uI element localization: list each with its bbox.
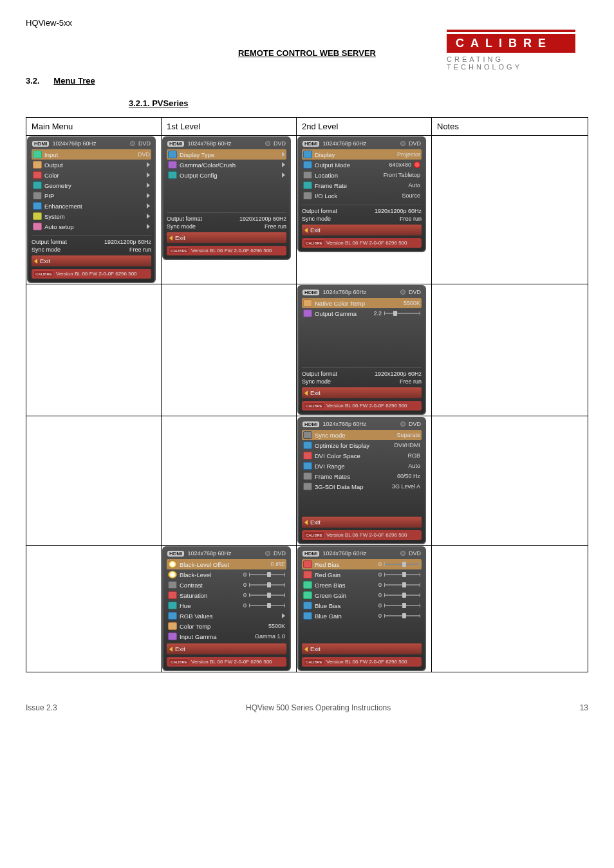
osd-status: Output format1920x1200p 60Hz Sync modeFr… (302, 205, 422, 223)
version-text: Version BL 06 FW 2-0-0F 6296 500 (326, 532, 407, 538)
menu-item[interactable]: Green Bias 0 (302, 580, 422, 590)
menu-item[interactable]: Input Gamma Gamma 1.0 (167, 631, 286, 642)
menu-item-label: Enhancement (44, 203, 82, 210)
slider[interactable] (249, 604, 285, 607)
submenu-arrow-icon (147, 214, 150, 219)
menu-item[interactable]: Color Temp 5500K (167, 621, 286, 631)
exit-button[interactable]: Exit (302, 517, 422, 528)
menu-item[interactable]: RGB Values (167, 611, 286, 621)
menu-item[interactable]: Input DVD (32, 149, 151, 160)
osd-rgb-values: HDMI 1024x768p 60Hz DVD Red Bias 0 Red G… (297, 546, 426, 671)
item-value: Gamma 1.0 (255, 633, 285, 640)
osd-output-config: HDMI 1024x768p 60Hz DVD Sync mode Separa… (297, 417, 426, 544)
mode-line: 1024x768p 60Hz (322, 550, 366, 557)
menu-item[interactable]: Red Gain 0 (302, 569, 422, 580)
slider[interactable] (384, 604, 420, 607)
menu-item[interactable]: Auto setup (32, 221, 151, 232)
exit-button[interactable]: Exit (167, 643, 286, 654)
menu-item[interactable]: Location Front Tabletop (302, 170, 422, 180)
slider[interactable] (384, 562, 420, 566)
exit-button[interactable]: Exit (302, 643, 422, 654)
osd-main-menu: HDMI 1024x768p 60Hz DVD Input DVD Output… (27, 136, 156, 283)
hdmi-badge: HDMI (167, 141, 184, 147)
item-value: 0 IRE (270, 561, 285, 568)
optimize-for-display-icon (303, 441, 312, 449)
menu-item[interactable]: Frame Rate Auto (302, 180, 422, 190)
3g-sdi-data-map-icon (303, 483, 312, 490)
hdr-source: DVD (409, 550, 421, 557)
menu-item[interactable]: Output (32, 160, 151, 170)
output-mode-icon (303, 161, 312, 169)
hdr-source: DVD (409, 421, 421, 427)
menu-item[interactable]: Saturation 0 (167, 590, 286, 600)
menu-item[interactable]: 3G-SDI Data Map 3G Level A (302, 481, 422, 492)
osd-display-type: HDMI 1024x768p 60Hz DVD Display Projecto… (297, 136, 426, 252)
slider[interactable] (249, 573, 285, 577)
exit-button[interactable]: Exit (167, 232, 286, 243)
brand-badge: CALIBRE (304, 239, 324, 246)
menu-item[interactable]: Hue 0 (167, 600, 286, 611)
slider[interactable] (384, 573, 420, 577)
item-value: Auto (408, 182, 420, 189)
menu-tree-table: Main Menu 1st Level 2nd Level Notes HDMI… (26, 117, 588, 672)
menu-item[interactable]: Enhancement (32, 201, 151, 211)
menu-item[interactable]: Gamma/Color/Crush (167, 160, 286, 170)
menu-item[interactable]: Display Type (167, 149, 286, 160)
menu-item[interactable]: Color (32, 170, 151, 180)
item-value: Source (402, 192, 420, 199)
menu-item[interactable]: I/O Lock Source (302, 190, 422, 201)
menu-item[interactable]: Output Mode 640x480 (302, 160, 422, 170)
menu-item[interactable]: Optimize for Display DVI/HDMI (302, 440, 422, 450)
exit-button[interactable]: Exit (302, 225, 422, 235)
menu-item-label: Location (315, 172, 338, 179)
hdmi-badge: HDMI (32, 141, 49, 147)
exit-button[interactable]: Exit (302, 387, 422, 398)
menu-item[interactable]: Frame Rates 60/50 Hz (302, 471, 422, 481)
menu-item[interactable]: PIP (32, 190, 151, 201)
menu-item[interactable]: DVI Color Space RGB (302, 450, 422, 461)
slider[interactable] (384, 311, 420, 315)
menu-item[interactable]: System (32, 211, 151, 221)
hdr-source: DVD (409, 140, 421, 147)
blue-gain-icon (303, 612, 312, 620)
menu-item[interactable]: Native Color Temp 5500K (302, 298, 422, 308)
menu-item[interactable]: Output Gamma 2.2 (302, 308, 422, 319)
menu-item-label: Frame Rates (315, 473, 350, 480)
slider[interactable] (249, 593, 285, 597)
submenu-arrow-icon (147, 203, 150, 208)
menu-item[interactable]: Black-Level 0 (167, 569, 286, 580)
osd-color-l1: HDMI 1024x768p 60Hz DVD Black-Level Offs… (162, 546, 291, 671)
menu-item[interactable]: Green Gain 0 (302, 590, 422, 600)
menu-item[interactable]: Display Projector (302, 149, 422, 160)
menu-item-label: Input (44, 151, 58, 158)
menu-item[interactable]: Blue Bias 0 (302, 600, 422, 611)
section-number-line: 3.2. Menu Tree (26, 76, 588, 86)
slider[interactable] (384, 593, 420, 597)
menu-item[interactable]: DVI Range Auto (302, 461, 422, 471)
version-text: Version BL 06 FW 2-0-0F 6296 500 (326, 659, 407, 665)
menu-item-label: PIP (44, 192, 54, 199)
exit-button[interactable]: Exit (32, 255, 151, 266)
menu-item[interactable]: Contrast 0 (167, 580, 286, 590)
slider[interactable] (249, 583, 285, 587)
menu-item[interactable]: Blue Gain 0 (302, 611, 422, 621)
brand-logo: CALIBRE CREATING TECHNOLOGY (447, 30, 575, 71)
menu-item[interactable]: Geometry (32, 180, 151, 190)
hdmi-badge: HDMI (302, 551, 319, 557)
version-text: Version BL 06 FW 2-0-0F 6296 500 (326, 403, 407, 409)
osd-gamma-color: HDMI 1024x768p 60Hz DVD Native Color Tem… (297, 285, 426, 415)
menu-item[interactable]: Red Bias 0 (302, 559, 422, 569)
col-header-l2: 2nd Level (297, 118, 432, 136)
menu-item[interactable]: Sync mode Separate (302, 430, 422, 440)
green-bias-icon (303, 581, 312, 589)
black-level-icon (168, 571, 177, 578)
footer-issue: Issue 2.3 (26, 703, 57, 712)
item-value: 3G Level A (392, 483, 420, 490)
menu-item[interactable]: Black-Level Offset 0 IRE (167, 559, 286, 569)
menu-item[interactable]: Output Config (167, 170, 286, 180)
back-arrow-icon (304, 520, 308, 525)
slider[interactable] (384, 614, 420, 618)
slider[interactable] (384, 583, 420, 587)
submenu-arrow-icon (147, 162, 150, 167)
menu-item-label: Color (44, 172, 59, 179)
